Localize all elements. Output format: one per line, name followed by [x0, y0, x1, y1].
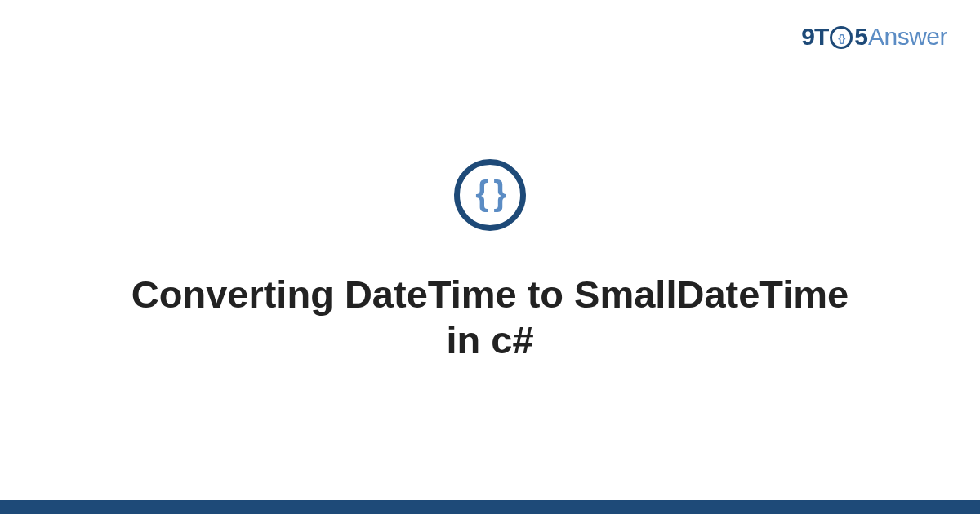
- main-content: { } Converting DateTime to SmallDateTime…: [0, 0, 980, 514]
- category-badge: { }: [454, 159, 526, 231]
- code-braces-icon: { }: [475, 176, 504, 210]
- page-title: Converting DateTime to SmallDateTime in …: [122, 272, 858, 364]
- footer-bar: [0, 500, 980, 514]
